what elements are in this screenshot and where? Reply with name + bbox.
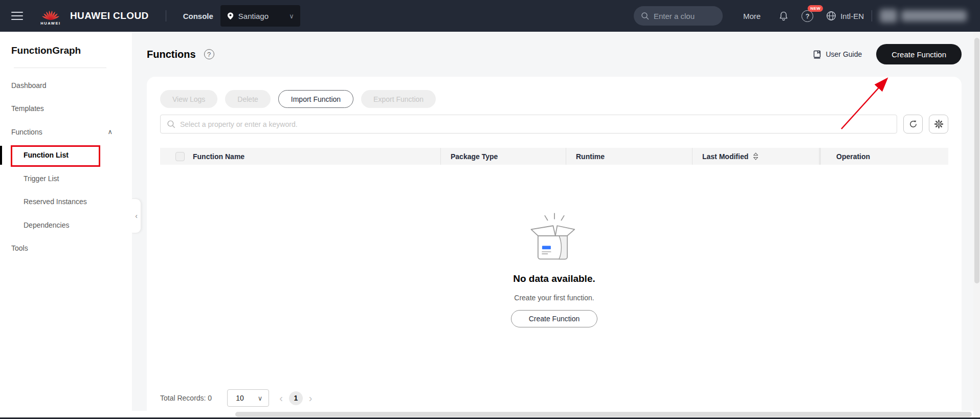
topbar-divider bbox=[166, 10, 166, 21]
search-row bbox=[160, 115, 948, 134]
refresh-button[interactable] bbox=[903, 115, 923, 134]
active-indicator-bar bbox=[0, 146, 2, 165]
empty-state-title: No data available. bbox=[513, 273, 595, 284]
sidebar: FunctionGraph Dashboard Templates Functi… bbox=[0, 32, 132, 419]
column-package-type: Package Type bbox=[451, 152, 498, 161]
huawei-logo-text: HUAWEI bbox=[40, 21, 61, 26]
total-records-label: Total Records: 0 bbox=[160, 394, 212, 402]
account-avatar-redacted bbox=[880, 9, 897, 23]
column-function-name: Function Name bbox=[193, 152, 244, 161]
more-menu[interactable]: More bbox=[743, 12, 761, 20]
sidebar-item-tools[interactable]: Tools bbox=[0, 237, 132, 260]
empty-state-subtitle: Create your first function. bbox=[514, 294, 594, 302]
sidebar-nav: Dashboard Templates Functions ∧ Function… bbox=[0, 74, 132, 260]
console-link[interactable]: Console bbox=[183, 12, 213, 20]
sidebar-collapse-handle[interactable]: ‹ bbox=[132, 199, 141, 233]
view-logs-button[interactable]: View Logs bbox=[160, 90, 217, 108]
help-icon[interactable]: ? NEW bbox=[801, 10, 813, 22]
create-function-button[interactable]: Create Function bbox=[876, 44, 962, 64]
chevron-up-icon: ∧ bbox=[107, 128, 113, 136]
page-header: Functions ? User Guide Create Function bbox=[147, 43, 962, 65]
filter-search-box[interactable] bbox=[160, 115, 897, 134]
book-icon bbox=[813, 50, 821, 59]
vertical-scrollbar-thumb[interactable] bbox=[974, 38, 979, 283]
sidebar-item-reserved-instances[interactable]: Reserved Instances bbox=[0, 190, 132, 214]
table-header: Function Name Package Type Runtime Last … bbox=[160, 148, 948, 165]
globe-icon bbox=[826, 10, 837, 21]
sidebar-item-templates[interactable]: Templates bbox=[0, 97, 132, 121]
chevron-down-icon: ∨ bbox=[289, 13, 294, 19]
main-content: Functions ? User Guide Create Function V… bbox=[132, 32, 980, 419]
empty-create-function-button[interactable]: Create Function bbox=[511, 310, 598, 327]
huawei-logo: HUAWEI bbox=[40, 7, 61, 26]
function-list-card: View Logs Delete Import Function Export … bbox=[147, 77, 962, 411]
horizontal-scrollbar-thumb[interactable] bbox=[235, 412, 972, 417]
page-size-select[interactable]: 10 ∨ bbox=[227, 389, 269, 407]
sidebar-item-dependencies[interactable]: Dependencies bbox=[0, 213, 132, 237]
topbar: HUAWEI HUAWEI CLOUD Console Santiago ∨ M… bbox=[0, 0, 980, 32]
sidebar-item-dashboard[interactable]: Dashboard bbox=[0, 74, 132, 97]
sidebar-divider bbox=[14, 68, 106, 68]
account-name-redacted bbox=[901, 10, 967, 21]
sidebar-item-function-list[interactable]: Function List bbox=[0, 144, 132, 167]
export-function-button[interactable]: Export Function bbox=[361, 90, 436, 108]
prev-page-button[interactable]: ‹ bbox=[279, 393, 283, 403]
account-menu[interactable] bbox=[880, 9, 967, 23]
location-pin-icon bbox=[227, 12, 234, 20]
current-page-button[interactable]: 1 bbox=[289, 391, 303, 405]
refresh-icon bbox=[908, 119, 918, 129]
vertical-scrollbar bbox=[973, 32, 980, 417]
huawei-flower-icon bbox=[40, 7, 61, 20]
empty-box-icon bbox=[523, 210, 586, 261]
locale-label: Intl-EN bbox=[840, 12, 864, 20]
column-operation: Operation bbox=[836, 152, 870, 161]
sort-icon[interactable] bbox=[753, 152, 759, 160]
delete-button[interactable]: Delete bbox=[225, 90, 270, 108]
list-toolbar: View Logs Delete Import Function Export … bbox=[160, 90, 948, 108]
column-runtime: Runtime bbox=[576, 152, 605, 161]
search-icon bbox=[641, 12, 649, 20]
language-selector[interactable]: Intl-EN bbox=[826, 10, 864, 21]
topbar-search[interactable] bbox=[634, 6, 723, 26]
search-icon bbox=[167, 120, 175, 128]
notifications-bell-icon[interactable] bbox=[778, 10, 789, 22]
page-help-icon[interactable]: ? bbox=[204, 49, 214, 59]
column-last-modified[interactable]: Last Modified bbox=[702, 152, 748, 161]
topbar-divider bbox=[872, 10, 872, 21]
region-name: Santiago bbox=[238, 12, 285, 20]
hamburger-menu-icon[interactable] bbox=[11, 9, 23, 23]
sidebar-item-trigger-list[interactable]: Trigger List bbox=[0, 167, 132, 190]
new-badge: NEW bbox=[808, 5, 823, 12]
empty-state: No data available. Create your first fun… bbox=[160, 210, 948, 327]
horizontal-scrollbar bbox=[132, 411, 980, 417]
region-selector[interactable]: Santiago ∨ bbox=[220, 5, 300, 27]
gear-icon bbox=[934, 119, 944, 129]
user-guide-link[interactable]: User Guide bbox=[813, 50, 862, 59]
service-title: FunctionGraph bbox=[11, 45, 132, 56]
topbar-search-input[interactable] bbox=[654, 12, 716, 20]
filter-search-input[interactable] bbox=[180, 120, 890, 128]
chevron-left-icon: ‹ bbox=[135, 212, 138, 220]
select-all-checkbox[interactable] bbox=[175, 152, 185, 161]
chevron-down-icon: ∨ bbox=[258, 395, 263, 402]
brand-title: HUAWEI CLOUD bbox=[70, 10, 149, 21]
next-page-button[interactable]: › bbox=[309, 393, 313, 403]
import-function-button[interactable]: Import Function bbox=[278, 90, 353, 108]
sidebar-item-functions[interactable]: Functions ∧ bbox=[0, 120, 132, 144]
pagination-bar: Total Records: 0 10 ∨ ‹ 1 › bbox=[160, 385, 313, 411]
page-title: Functions bbox=[147, 49, 196, 60]
column-settings-button[interactable] bbox=[929, 115, 948, 134]
